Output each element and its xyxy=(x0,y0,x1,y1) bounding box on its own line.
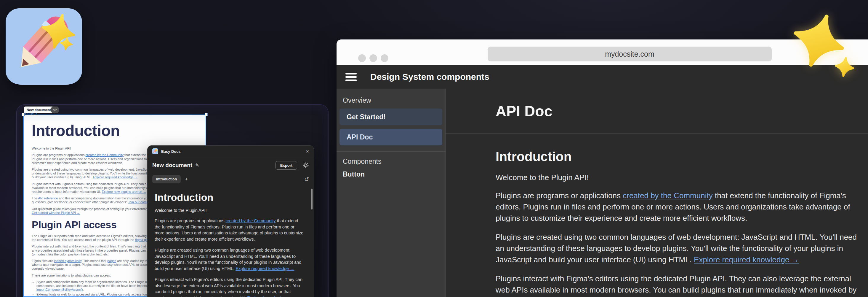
paragraph: Plugins are programs or applications cre… xyxy=(155,218,305,242)
url-bar[interactable]: mydocsite.com xyxy=(488,47,772,61)
inline-link[interactable]: pages xyxy=(107,259,116,263)
browser-window: mydocsite.com Design System components O… xyxy=(337,39,868,297)
plugin-title: Easy Docs xyxy=(161,149,181,154)
gear-icon[interactable] xyxy=(303,162,309,168)
code-toggle-badge[interactable]: </> xyxy=(51,107,59,113)
scrollbar-thumb[interactable] xyxy=(311,189,313,210)
site-body: Overview Get Started! API Doc Components… xyxy=(337,89,868,297)
edit-name-icon[interactable]: ✎ xyxy=(195,163,199,168)
inline-link[interactable]: API reference xyxy=(38,196,58,200)
easy-docs-plugin-window: Easy Docs × New document ✎ Export Introd… xyxy=(147,145,314,297)
plugin-content: Introduction Welcome to the Plugin API! … xyxy=(148,186,314,297)
paragraph: Plugins are programs or applications cre… xyxy=(496,190,860,224)
sidebar-section-components: Components xyxy=(343,158,445,166)
welcome-line: Welcome to the Plugin API! xyxy=(496,173,860,182)
inline-link[interactable]: Get started with the Plugin API → xyxy=(32,211,80,215)
traffic-light-zoom[interactable] xyxy=(381,54,389,62)
add-tab-button[interactable]: + xyxy=(185,176,188,182)
easy-docs-mini-icon xyxy=(152,148,158,154)
inline-link[interactable]: Explore required knowledge → xyxy=(93,176,137,179)
inline-link[interactable]: importComponentByKeyAsync() xyxy=(36,288,83,291)
plugin-tab-bar: Introduction + ↺ xyxy=(148,173,314,186)
tab-introduction[interactable]: Introduction xyxy=(152,175,181,183)
selection-handle[interactable] xyxy=(205,113,208,116)
pencil-sparkle-icon xyxy=(6,8,82,85)
paragraph: Plugins are created using two common lan… xyxy=(155,247,305,271)
close-icon[interactable]: × xyxy=(306,148,309,154)
export-button[interactable]: Export xyxy=(276,161,297,170)
doc-title: Introduction xyxy=(32,122,197,139)
frame-name-badge[interactable]: New document xyxy=(24,107,54,113)
traffic-light-minimize[interactable] xyxy=(369,54,377,62)
sidebar-section-overview: Overview xyxy=(343,97,445,104)
site-header: Design System components xyxy=(337,65,868,89)
inline-link[interactable]: Explore required knowledge → xyxy=(236,266,294,271)
page-title: API Doc xyxy=(496,103,860,120)
inline-link[interactable]: loaded dynamically xyxy=(54,259,82,263)
marketing-canvas: Page 1 New document </> Introduction Wel… xyxy=(0,0,868,297)
selection-handle[interactable] xyxy=(22,113,25,116)
inline-link[interactable]: Explore how plugins are run → xyxy=(102,190,146,193)
inline-link[interactable]: created by the Community xyxy=(225,218,276,223)
site-title: Design System components xyxy=(370,72,489,82)
sidebar-item-api-doc[interactable]: API Doc xyxy=(340,129,442,145)
inline-link[interactable]: Explore required knowledge → xyxy=(694,255,799,264)
plugin-titlebar: Easy Docs × xyxy=(148,146,314,157)
inline-link[interactable]: created by the Community xyxy=(86,153,124,157)
easy-docs-app-icon xyxy=(6,8,82,84)
sidebar-item-get-started[interactable]: Get Started! xyxy=(340,109,442,125)
plugin-header: New document ✎ Export xyxy=(148,157,314,173)
paragraph: Plugins interact with Figma's editors us… xyxy=(155,276,305,297)
undo-icon[interactable]: ↺ xyxy=(304,176,309,183)
paragraph: Plugins interact with Figma's editors us… xyxy=(496,273,860,297)
sidebar-item-button[interactable]: Button xyxy=(343,170,445,178)
section-heading: Introduction xyxy=(496,149,860,164)
document-name: New document xyxy=(152,162,192,168)
plugin-welcome: Welcome to the Plugin API! xyxy=(155,208,305,213)
hamburger-menu-icon[interactable] xyxy=(345,71,357,83)
docs-main-content: API Doc Introduction Welcome to the Plug… xyxy=(445,89,868,297)
inline-link[interactable]: created by the Community xyxy=(623,191,712,200)
paragraph: Plugins are created using two common lan… xyxy=(496,232,860,265)
sidebar-divider xyxy=(337,151,445,152)
traffic-light-close[interactable] xyxy=(358,54,366,62)
browser-chrome: mydocsite.com xyxy=(337,39,868,65)
plugin-doc-heading: Introduction xyxy=(155,192,305,203)
docs-sidebar: Overview Get Started! API Doc Components… xyxy=(337,89,445,297)
